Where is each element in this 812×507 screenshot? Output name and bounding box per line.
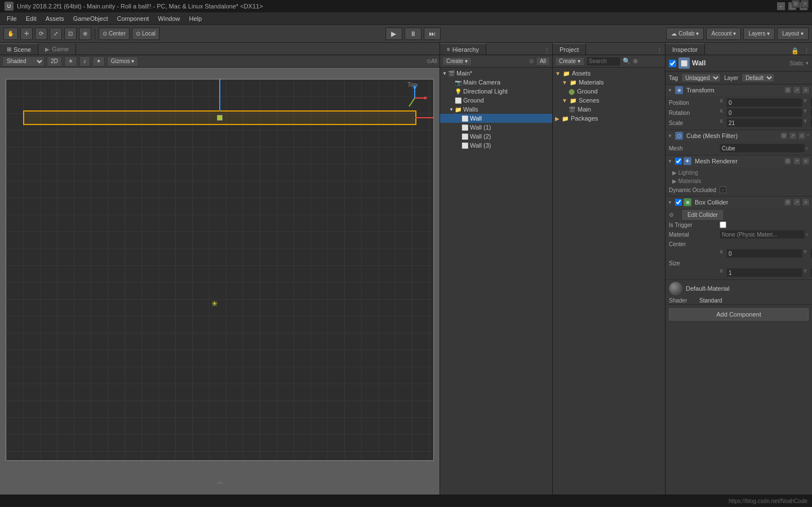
project-filter-icon[interactable]: ⊕ [633,57,638,65]
proj-item-scenes[interactable]: ▼ 📁 Scenes [553,96,665,105]
hier-item-ground[interactable]: ⬜ Ground [440,96,552,105]
materials-section[interactable]: ▶ Materials [669,177,809,185]
collider-material[interactable] [720,230,805,239]
position-x[interactable] [726,98,802,107]
mat-select-btn[interactable]: ○ [806,232,809,237]
mf-ctrl-3[interactable]: ≡ [798,132,806,140]
hier-item-wall[interactable]: ⬜ Wall [440,114,552,123]
layers-button[interactable]: Layers ▾ [743,28,775,40]
mesh-renderer-header[interactable]: ▼ 👁 Mesh Renderer ⚙ ↗ ≡ [665,155,812,167]
is-trigger-checkbox[interactable] [720,221,726,228]
audio-toggle[interactable]: ♪ [79,56,90,66]
layer-select[interactable]: Default [742,73,774,82]
menu-window[interactable]: Window [153,14,184,23]
static-dropdown[interactable]: ▾ [806,60,809,66]
project-search-icon[interactable]: 🔍 [623,57,631,65]
bc-checkbox[interactable] [675,199,682,206]
rotation-x[interactable] [726,108,802,117]
size-x[interactable] [726,268,802,277]
dyn-occluded-check[interactable]: ✓ [720,186,726,193]
mr-ctrl-1[interactable]: ⚙ [784,157,792,165]
scene-area: ⊞ Scene ▶ Game Shaded Wireframe 2D ☀ ♪ ✦… [0,43,440,495]
tool-rotate[interactable]: ⟳ [35,28,47,40]
menu-gameobject[interactable]: GameObject [69,14,113,23]
transform-ctrl-2[interactable]: ↗ [793,86,801,94]
tool-hand[interactable]: ✋ [3,28,18,40]
mesh-value[interactable] [720,144,805,153]
minimize-button[interactable]: − [777,2,785,10]
hier-item-wall2[interactable]: ⬜ Wall (2) [440,132,552,141]
step-button[interactable]: ⏭ [424,28,441,40]
tool-move[interactable]: ✛ [20,28,33,40]
mf-ctrl-4[interactable]: ○ [807,132,810,140]
tool-transform[interactable]: ⊕ [79,28,91,40]
inspector-menu[interactable]: ⋮ [801,47,812,55]
box-collider-header[interactable]: ▼ ⊞ Box Collider ⚙ ↗ ≡ [665,197,812,208]
tool-rect[interactable]: ⊡ [64,28,77,40]
proj-item-packages[interactable]: ▶ 📁 Packages [553,114,665,123]
tag-select[interactable]: Untagged [681,73,721,82]
mesh-select-btn[interactable]: ○ [806,145,809,151]
gizmos-btn[interactable]: Gizmos ▾ [107,56,139,66]
hier-item-wall3[interactable]: ⬜ Wall (3) [440,141,552,150]
menu-component[interactable]: Component [112,14,153,23]
wall-object[interactable] [23,110,416,125]
menu-edit[interactable]: Edit [21,14,41,23]
transform-ctrl-1[interactable]: ⚙ [784,86,792,94]
menu-help[interactable]: Help [184,14,206,23]
tab-scene[interactable]: ⊞ Scene [0,43,38,55]
shading-select[interactable]: Shaded Wireframe [2,56,45,66]
layout-button[interactable]: Layout ▾ [777,28,809,40]
transform-ctrl-3[interactable]: ≡ [802,86,810,94]
proj-item-materials[interactable]: ▼ 📁 Materials [553,78,665,87]
mf-ctrl-2[interactable]: ↗ [789,132,797,140]
mf-ctrl-1[interactable]: ⚙ [780,132,788,140]
bc-ctrl-1[interactable]: ⚙ [784,198,792,206]
proj-item-main-scene[interactable]: 🎬 Main [553,105,665,114]
hier-item-main-camera[interactable]: 📷 Main Camera [440,78,552,87]
hier-item-main-scene[interactable]: ▼ 🎬 Main* [440,69,552,78]
hier-item-wall1[interactable]: ⬜ Wall (1) [440,123,552,132]
add-component-button[interactable]: Add Component [669,308,809,321]
menu-file[interactable]: File [2,14,21,23]
pause-button[interactable]: ⏸ [405,28,421,40]
hierarchy-create-btn[interactable]: Create ▾ [442,57,472,66]
center-toggle[interactable]: ⊙ Center [99,28,130,40]
project-create-btn[interactable]: Create ▾ [555,57,584,66]
proj-item-assets[interactable]: ▼ 📁 Assets [553,69,665,78]
tab-hierarchy[interactable]: ≡ Hierarchy [440,43,486,55]
project-search[interactable] [587,57,620,66]
project-options[interactable]: ⋮ [654,47,665,55]
mesh-filter-header[interactable]: ▼ ⬡ Cube (Mesh Filter) ⚙ ↗ ≡ ○ [665,130,812,141]
hierarchy-options[interactable]: ⋮ [542,47,552,55]
play-button[interactable]: ▶ [385,28,402,40]
scale-x[interactable] [726,118,802,127]
tab-inspector[interactable]: Inspector [665,43,705,55]
hierarchy-all-btn[interactable]: All [536,57,550,66]
hier-item-walls[interactable]: ▼ 📁 Walls [440,105,552,114]
tool-scale[interactable]: ⤢ [50,28,62,40]
mr-ctrl-2[interactable]: ↗ [793,157,801,165]
local-toggle[interactable]: ⊙ Local [132,28,159,40]
mr-checkbox[interactable] [675,158,682,164]
mr-ctrl-3[interactable]: ≡ [802,157,810,165]
obj-active-checkbox[interactable] [669,60,676,67]
effects-toggle[interactable]: ✦ [92,56,105,66]
proj-item-ground-mat[interactable]: ⬤ Ground [553,87,665,96]
transform-header[interactable]: ▼ ⊕ Transform ⚙ ↗ ≡ [665,84,812,96]
collab-button[interactable]: ☁ Collab ▾ [666,28,704,40]
edit-collider-btn[interactable]: Edit Collider [682,210,723,220]
bc-ctrl-2[interactable]: ↗ [793,198,801,206]
center-x[interactable] [726,249,802,258]
scene-viewport[interactable]: Top Z [0,68,440,495]
lighting-toggle[interactable]: ☀ [64,56,77,66]
tab-project[interactable]: Project [553,43,586,55]
menu-assets[interactable]: Assets [41,14,69,23]
tab-game[interactable]: ▶ Game [38,43,76,55]
hier-item-dir-light[interactable]: 💡 Directional Light [440,87,552,96]
lighting-section[interactable]: ▶ Lighting [669,168,809,177]
bc-ctrl-3[interactable]: ≡ [802,198,810,206]
inspector-options[interactable]: 🔒 [789,47,801,55]
2d-toggle[interactable]: 2D [47,56,62,66]
account-button[interactable]: Account ▾ [706,28,741,40]
